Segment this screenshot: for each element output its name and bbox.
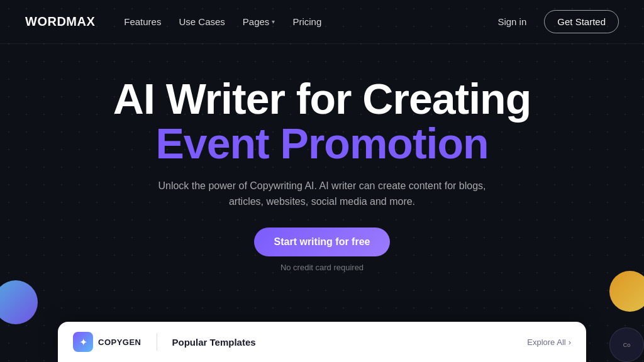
panel-logo-icon: ✦ (73, 332, 93, 352)
logo: WORDMAX (25, 14, 95, 29)
decorative-circle-right (609, 271, 644, 312)
explore-all-link[interactable]: Explore All › (527, 337, 571, 347)
sign-in-button[interactable]: Sign in (490, 11, 534, 32)
nav-pages[interactable]: Pages ▾ (236, 13, 282, 31)
circle-label: Co (623, 342, 631, 348)
hero-title-line2: Event Promotion (155, 121, 488, 166)
panel-icon-glyph: ✦ (79, 336, 87, 348)
nav-pricing[interactable]: Pricing (286, 13, 328, 31)
decorative-circle-bottom-right: Co (609, 327, 644, 362)
cta-button[interactable]: Start writing for free (254, 228, 391, 256)
panel-divider (157, 333, 157, 351)
bottom-panel: ✦ COPYGEN Popular Templates Explore All … (58, 322, 586, 362)
chevron-down-icon: ▾ (272, 18, 275, 25)
panel-section-title: Popular Templates (172, 337, 528, 348)
nav-use-cases[interactable]: Use Cases (172, 13, 231, 31)
nav-right: Sign in Get Started (490, 10, 619, 33)
navbar: WORDMAX Features Use Cases Pages ▾ Prici… (0, 0, 644, 44)
explore-arrow-icon: › (569, 337, 571, 347)
hero-section: AI Writer for Creating Event Promotion U… (0, 44, 644, 272)
hero-title-line1: AI Writer for Creating (113, 77, 531, 121)
no-credit-label: No credit card required (280, 263, 364, 272)
get-started-button[interactable]: Get Started (544, 10, 619, 33)
nav-features[interactable]: Features (118, 13, 167, 31)
panel-logo: ✦ COPYGEN (73, 332, 142, 352)
nav-links: Features Use Cases Pages ▾ Pricing (118, 13, 328, 31)
hero-subtitle: Unlock the power of Copywriting AI. AI w… (152, 178, 492, 210)
panel-logo-text: COPYGEN (98, 337, 142, 347)
nav-left: WORDMAX Features Use Cases Pages ▾ Prici… (25, 13, 328, 31)
decorative-circle-left (0, 280, 38, 324)
